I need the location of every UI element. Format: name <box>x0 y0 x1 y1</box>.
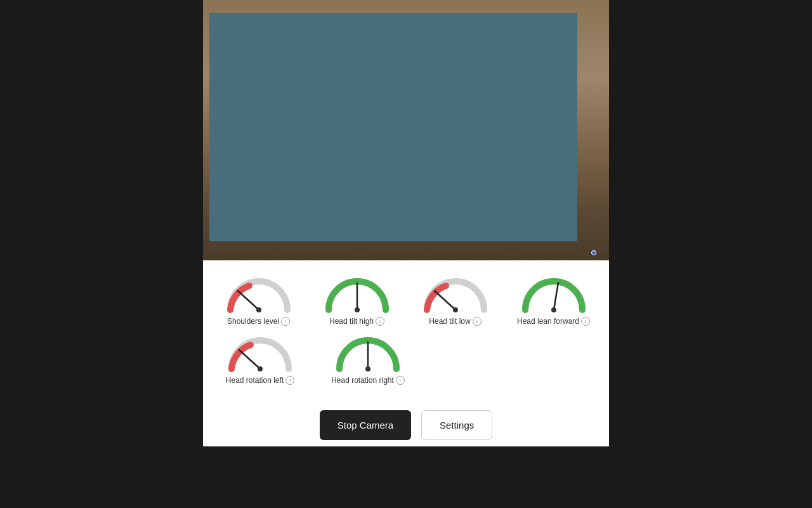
gauge-svg-head-lean-forward <box>519 273 589 314</box>
gauge-svg-head-rotation-left <box>225 332 295 373</box>
gauges-section: Shoulders level i <box>203 260 609 398</box>
gauge-svg-head-rotation-right <box>333 332 403 373</box>
camera-overlay <box>209 13 577 241</box>
buttons-row: Stop Camera Settings <box>203 398 609 446</box>
gauges-row-1: Shoulders level i <box>209 273 603 326</box>
gauge-canvas-head-rotation-right <box>333 332 403 373</box>
svg-point-9 <box>258 366 263 371</box>
svg-point-3 <box>355 307 360 312</box>
gauge-svg-head-tilt-low <box>421 273 490 314</box>
gauge-label-head-rotation-left: Head rotation left i <box>226 376 294 385</box>
gauge-label-head-lean-forward: Head lean forward i <box>517 317 590 326</box>
gauge-label-head-rotation-right: Head rotation right i <box>331 376 405 385</box>
info-icon-head-tilt-low[interactable]: i <box>473 317 481 326</box>
gauge-svg-shoulders <box>224 273 294 314</box>
gauge-canvas-shoulders <box>224 273 294 314</box>
gauges-row-2: Head rotation left i Head rotation right <box>209 332 603 385</box>
svg-point-7 <box>551 307 556 312</box>
svg-line-4 <box>435 291 455 310</box>
svg-point-11 <box>365 366 370 371</box>
camera-indicator <box>591 250 596 255</box>
info-icon-head-lean-forward[interactable]: i <box>581 317 590 326</box>
gauge-label-head-tilt-low: Head tilt low i <box>429 317 481 326</box>
gauge-head-tilt-high: Head tilt high i <box>313 273 402 326</box>
info-icon-shoulders[interactable]: i <box>281 317 290 326</box>
svg-point-1 <box>256 307 261 312</box>
gauge-canvas-head-rotation-left <box>225 332 295 373</box>
svg-line-0 <box>238 291 259 310</box>
gauge-canvas-head-lean-forward <box>519 273 589 314</box>
camera-view <box>203 0 609 260</box>
gauge-head-lean-forward: Head lean forward i <box>509 273 598 326</box>
gauge-label-head-tilt-high: Head tilt high i <box>329 317 384 326</box>
gauge-head-rotation-right: Head rotation right i <box>324 332 412 385</box>
info-icon-head-rotation-right[interactable]: i <box>396 376 405 385</box>
gauge-canvas-head-tilt-high <box>322 273 392 314</box>
gauge-head-rotation-left: Head rotation left i <box>216 332 304 385</box>
gauge-svg-head-tilt-high <box>322 273 392 314</box>
stop-camera-button[interactable]: Stop Camera <box>320 410 411 440</box>
gauge-head-tilt-low: Head tilt low i <box>411 273 500 326</box>
svg-point-5 <box>453 307 458 312</box>
svg-line-6 <box>554 283 558 310</box>
info-icon-head-tilt-high[interactable]: i <box>376 317 384 326</box>
info-icon-head-rotation-left[interactable]: i <box>285 376 294 385</box>
gauge-label-shoulders: Shoulders level i <box>227 317 290 326</box>
gauge-shoulders-level: Shoulders level i <box>214 273 303 326</box>
gauge-canvas-head-tilt-low <box>421 273 490 314</box>
settings-button[interactable]: Settings <box>421 410 492 440</box>
svg-line-8 <box>239 350 260 369</box>
